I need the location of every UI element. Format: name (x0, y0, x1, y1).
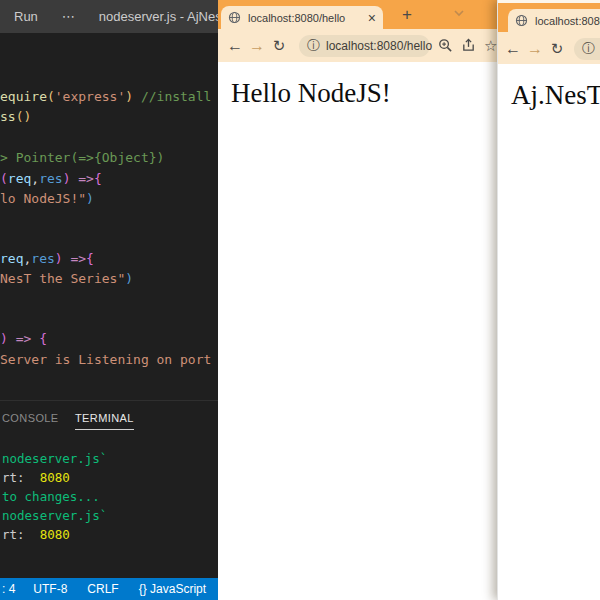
browser-tab[interactable]: localhost:8080/nam (508, 9, 600, 32)
code-line: ) => { (0, 331, 47, 347)
reload-button[interactable]: ↻ (546, 40, 568, 58)
code-line: equire('express') //install (0, 89, 211, 105)
webpage-hello: Hello NodeJS! (218, 62, 497, 600)
statusbar-item[interactable]: : 4 (2, 582, 15, 596)
browser-tab[interactable]: localhost:8080/hello × (221, 6, 383, 29)
statusbar-item[interactable]: CRLF (87, 582, 118, 596)
tabstrip: localhost:8080/hello × + (218, 0, 497, 29)
tab-title: localhost:8080/hello (248, 12, 362, 24)
terminal-line: rt: 8080 (2, 468, 218, 487)
terminal-output[interactable]: nodeserver.js`rt: 8080to changes...nodes… (2, 449, 218, 544)
statusbar-item[interactable]: UTF-8 (33, 582, 67, 596)
code-line: lo NodeJS!") (0, 191, 94, 207)
page-info-icon[interactable]: ⓘ (307, 37, 320, 55)
page-body-text: Aj.NesT (511, 80, 600, 111)
webpage-name: Aj.NesT (498, 64, 600, 600)
menu-run[interactable]: Run (14, 9, 38, 24)
terminal-line: nodeserver.js` (2, 506, 218, 525)
bookmark-star-icon[interactable]: ☆ (484, 37, 497, 55)
browser-toolbar: ← → ↻ ⓘ localhost:8080/hello ☆ (218, 29, 497, 62)
globe-icon (228, 11, 241, 24)
vscode-statusbar: : 4UTF-8CRLF{} JavaScript (0, 578, 218, 600)
panel-tabbar: CONSOLE TERMINAL (0, 409, 218, 431)
code-line: (req,res) =>{ (0, 171, 102, 187)
code-line: Server is Listening on port (0, 352, 211, 368)
address-bar[interactable]: ⓘ (574, 38, 600, 60)
window-title: nodeserver.js - AjNesTN (99, 9, 218, 24)
terminal-line: rt: 8080 (2, 525, 218, 544)
url-text[interactable]: localhost:8080/hello (326, 39, 432, 53)
tabstrip: localhost:8080/nam (498, 3, 600, 32)
forward-button[interactable]: → (524, 40, 546, 58)
chevron-down-icon[interactable] (452, 6, 466, 20)
browser-toolbar: ← → ↻ ⓘ (498, 32, 600, 65)
tab-debug-console[interactable]: CONSOLE (2, 412, 59, 424)
code-line: > Pointer(=>{Object}) (0, 150, 164, 166)
back-button[interactable]: ← (224, 37, 246, 55)
address-bar[interactable]: ⓘ localhost:8080/hello (299, 35, 430, 57)
zoom-icon[interactable] (438, 38, 453, 53)
code-line: NesT the Series") (0, 271, 133, 287)
new-tab-button[interactable]: + (396, 4, 418, 26)
page-info-icon[interactable]: ⓘ (582, 40, 595, 58)
code-line: req,res) =>{ (0, 251, 94, 267)
share-icon[interactable] (461, 38, 476, 53)
forward-button[interactable]: → (246, 37, 268, 55)
tab-terminal[interactable]: TERMINAL (75, 412, 134, 430)
vscode-titlebar: Run ⋯ nodeserver.js - AjNesTN (0, 0, 218, 33)
code-editor[interactable]: equire('express') //installss()> Pointer… (0, 33, 218, 400)
globe-icon (515, 14, 528, 27)
close-tab-icon[interactable]: × (368, 10, 376, 26)
code-line: ss() (0, 109, 31, 125)
back-button[interactable]: ← (502, 40, 524, 58)
statusbar-item[interactable]: {} JavaScript (139, 582, 206, 596)
menu-overflow-icon[interactable]: ⋯ (62, 9, 77, 24)
terminal-panel: CONSOLE TERMINAL nodeserver.js`rt: 8080t… (0, 400, 218, 578)
screenshot-root: Run ⋯ nodeserver.js - AjNesTN equire('ex… (0, 0, 600, 600)
browser-window-name: localhost:8080/nam ← → ↻ ⓘ Aj.NesT (497, 0, 600, 600)
page-body-text: Hello NodeJS! (231, 78, 497, 109)
vscode-window: Run ⋯ nodeserver.js - AjNesTN equire('ex… (0, 0, 218, 600)
terminal-line: to changes... (2, 487, 218, 506)
tab-title: localhost:8080/nam (535, 15, 600, 27)
terminal-line: nodeserver.js` (2, 449, 218, 468)
browser-window-hello: localhost:8080/hello × + ← → ↻ ⓘ localho… (218, 0, 497, 600)
reload-button[interactable]: ↻ (268, 37, 290, 55)
